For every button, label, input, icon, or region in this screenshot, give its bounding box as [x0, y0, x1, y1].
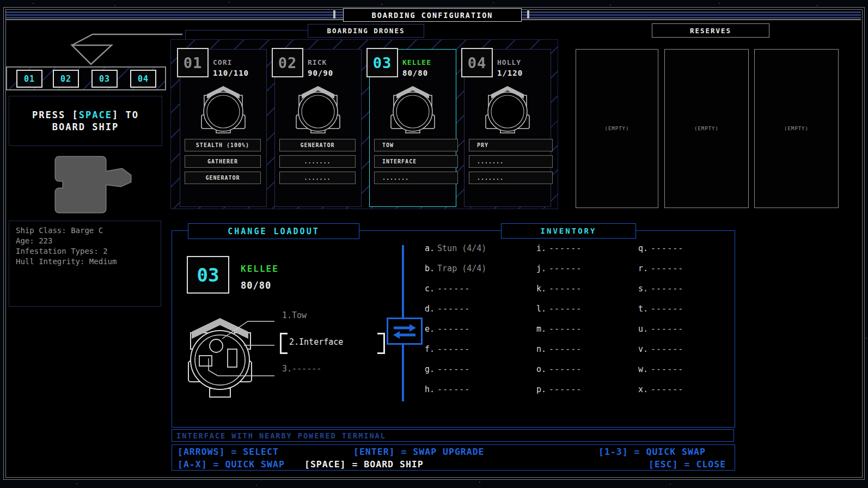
inventory-item[interactable]: q.------	[638, 243, 683, 252]
drones-header-connector-h	[185, 30, 308, 30]
inventory-item[interactable]: b.Trap (4/4)	[425, 264, 486, 272]
shortcut-enter-swap-upgrade: [ENTER] = SWAP UPGRADE	[353, 447, 485, 457]
sidebar-tab-02[interactable]: 02	[53, 70, 79, 88]
selection-bracket-right	[377, 333, 385, 354]
reserve-slot-2[interactable]: (EMPTY)	[664, 49, 749, 208]
upgrade-slot[interactable]: .......	[279, 172, 356, 184]
reserve-slot-label: (EMPTY)	[605, 126, 629, 131]
inventory-item[interactable]: f.------	[425, 344, 486, 353]
selection-bracket-left	[280, 333, 288, 354]
drone-number-badge: 03	[366, 48, 398, 77]
inventory-item[interactable]: t.------	[638, 304, 683, 313]
inventory-item[interactable]: v.------	[638, 344, 683, 353]
sidebar-tab-03[interactable]: 03	[91, 70, 118, 88]
drone-number-badge: 02	[272, 48, 303, 77]
drone-card-01[interactable]: 01 Cori 110/110 Stealth (100%) Gatherer …	[180, 49, 267, 207]
shortcut-esc-close: [ESC] = CLOSE	[649, 459, 726, 469]
ship-class: Ship Class: Barge C	[16, 225, 154, 236]
inventory-item[interactable]: l.------	[536, 304, 582, 313]
drone-name: Cori	[213, 58, 232, 66]
board-ship-prompt-line2: BOARD SHIP	[52, 121, 119, 132]
inventory-item[interactable]: c.------	[425, 284, 486, 292]
upgrade-slot[interactable]: Interface	[374, 155, 458, 168]
shortcuts-bar: [ARROWS] = SELECT [ENTER] = SWAP UPGRADE…	[172, 444, 735, 471]
upgrade-slot[interactable]: .......	[469, 155, 553, 168]
inventory-item[interactable]: j.------	[536, 264, 582, 272]
drone-hp: 80/80	[402, 69, 428, 77]
inventory-item[interactable]: u.------	[638, 324, 683, 333]
selected-drone-name: Kellee	[241, 264, 279, 274]
upgrade-slot[interactable]: Generator	[185, 172, 261, 184]
sidebar-tab-01[interactable]: 01	[16, 70, 42, 88]
shortcut-1-3-quick-swap: [1-3] = QUICK SWAP	[598, 447, 706, 457]
ship-infestation: Infestation Types: 2	[16, 246, 154, 257]
reserves-header: RESERVES	[652, 23, 769, 38]
inventory-item[interactable]: e.------	[425, 324, 486, 333]
inventory-item[interactable]: m.------	[536, 324, 582, 333]
upgrade-slot[interactable]: .......	[469, 172, 553, 184]
drone-hp: 1/120	[497, 69, 523, 77]
inventory-item[interactable]: p.------	[536, 385, 582, 393]
inventory-item[interactable]: a.Stun (4/4)	[425, 243, 486, 252]
terminal-hint-bar: INTERFACE WITH NEARBY POWERED TERMINAL	[172, 429, 734, 442]
inventory-column-1: a.Stun (4/4) b.Trap (4/4) c.------ d.---…	[425, 243, 486, 393]
inventory-item[interactable]: i.------	[536, 243, 582, 252]
loadout-slot-1[interactable]: 1.Tow	[282, 310, 307, 320]
upgrade-slot[interactable]: Tow	[374, 139, 458, 151]
upgrade-slot[interactable]: Stealth (100%)	[185, 139, 261, 151]
drone-card-03-selected[interactable]: 03 Kellee 80/80 Tow Interface .......	[369, 49, 456, 207]
upgrade-slot[interactable]: .......	[374, 172, 458, 184]
board-ship-prompt: PRESS [SPACE] TO BOARD SHIP	[9, 96, 162, 146]
loadout-slot-2-selected[interactable]: 2.Interface	[289, 337, 343, 347]
drone-number-badge: 04	[461, 48, 493, 77]
ship-hull-integrity: Hull Integrity: Medium	[16, 257, 154, 267]
inventory-item[interactable]: x.------	[638, 385, 683, 393]
inventory-item[interactable]: h.------	[425, 385, 486, 393]
ship-age: Age: 223	[16, 236, 154, 246]
loadout-slot-3[interactable]: 3.------	[282, 364, 321, 374]
drone-tab-strip: 01 02 03 04	[6, 66, 166, 90]
selected-drone-hp: 80/80	[241, 280, 271, 291]
upgrade-slot[interactable]: Pry	[469, 139, 553, 151]
inventory-item[interactable]: r.------	[638, 264, 683, 272]
shortcut-space-board-ship: [SPACE] = BOARD SHIP	[304, 459, 424, 469]
drone-icon	[288, 80, 348, 136]
upgrade-slot[interactable]: Generator	[279, 139, 356, 151]
drone-name: Kellee	[402, 58, 431, 66]
change-loadout-header: CHANGE LOADOUT	[188, 223, 359, 239]
drone-icon	[478, 80, 537, 136]
drone-card-02[interactable]: 02 Rick 90/90 Generator ....... .......	[274, 49, 362, 207]
drone-icon	[193, 80, 253, 136]
inventory-item[interactable]: s.------	[638, 284, 683, 292]
inventory-item[interactable]: n.------	[536, 344, 582, 353]
inventory-item[interactable]: o.------	[536, 364, 582, 373]
swap-icon[interactable]	[387, 318, 423, 345]
inventory-item[interactable]: g.------	[425, 364, 486, 373]
space-key-label: SPACE	[79, 109, 112, 120]
reserve-slot-3[interactable]: (EMPTY)	[754, 49, 839, 208]
reserve-slot-label: (EMPTY)	[784, 126, 809, 131]
title-separator-left	[333, 10, 335, 19]
reserve-slot-1[interactable]: (EMPTY)	[576, 49, 658, 208]
inventory-item[interactable]: d.------	[425, 304, 486, 313]
inventory-item[interactable]: k.------	[536, 284, 582, 292]
upgrade-slot[interactable]: .......	[279, 155, 356, 168]
inventory-header: INVENTORY	[501, 223, 636, 239]
terminal-hint-text: INTERFACE WITH NEARBY POWERED TERMINAL	[176, 431, 386, 440]
boarding-drones-header: BOARDING DRONES	[308, 24, 424, 38]
upgrade-slot[interactable]: Gatherer	[185, 155, 261, 168]
sidebar-tab-04[interactable]: 04	[130, 70, 156, 88]
inventory-column-3: q.------ r.------ s.------ t.------ u.--…	[638, 243, 683, 393]
ship-info-panel: Ship Class: Barge C Age: 223 Infestation…	[9, 221, 161, 307]
reserve-slot-label: (EMPTY)	[694, 126, 719, 131]
drone-name: Holly	[497, 58, 521, 66]
inventory-item[interactable]: w.------	[638, 364, 683, 373]
drone-hp: 90/90	[308, 69, 333, 77]
title-separator-right	[527, 10, 529, 19]
page-title: BOARDING CONFIGURATION	[343, 8, 522, 22]
funnel-arrow-icon	[65, 30, 188, 68]
drone-card-04[interactable]: 04 Holly 1/120 Pry ....... .......	[464, 49, 551, 207]
ship-silhouette	[39, 154, 133, 216]
shortcut-a-x-quick-swap: [A-X] = QUICK SWAP	[178, 459, 285, 469]
board-ship-prompt-line1: PRESS [SPACE] TO	[32, 109, 139, 120]
